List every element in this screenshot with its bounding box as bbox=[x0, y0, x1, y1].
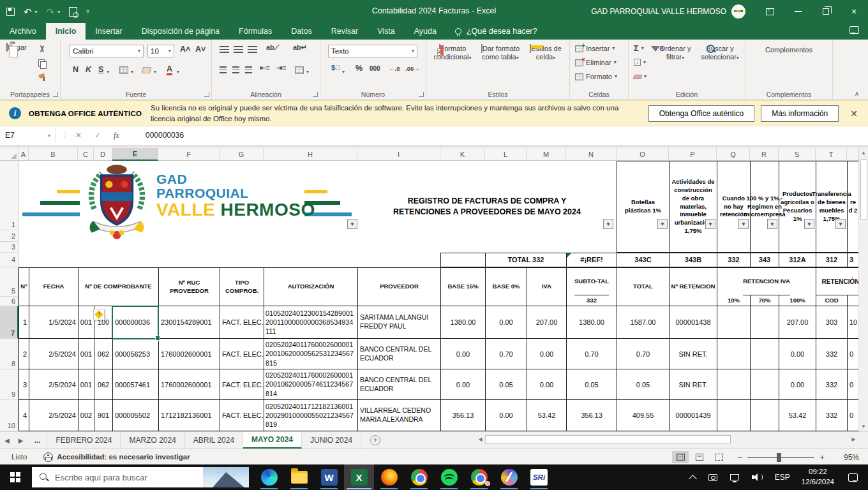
align-right-icon[interactable] bbox=[245, 66, 252, 73]
search-weather-image[interactable] bbox=[203, 467, 249, 487]
sheet-nav-left-icon[interactable]: ◀ bbox=[0, 432, 14, 449]
cell-selected-e7[interactable]: 000000036 bbox=[113, 306, 159, 339]
increase-decimal-icon[interactable]: ←.0 bbox=[387, 65, 401, 72]
underline-dropdown-icon[interactable]: ▾ bbox=[107, 70, 109, 75]
taskbar-sri[interactable]: SRi bbox=[524, 464, 554, 490]
fuente-dialog-launcher[interactable] bbox=[204, 92, 209, 97]
header-autorizacion[interactable]: AUTORIZACIÓN bbox=[264, 267, 358, 306]
col-header-n[interactable]: N bbox=[566, 148, 617, 161]
filter-dropdown-icon[interactable]: ▼ bbox=[767, 219, 777, 229]
cell[interactable]: FACT. ELEC. bbox=[220, 400, 264, 431]
col-header-g[interactable]: G bbox=[220, 148, 264, 161]
cell[interactable]: 0.00 bbox=[486, 400, 527, 431]
col-header-h[interactable]: H bbox=[264, 148, 357, 161]
cell[interactable]: 0.70 bbox=[486, 339, 527, 369]
row-header-5[interactable]: 5 bbox=[0, 267, 19, 297]
volume-icon[interactable] bbox=[752, 473, 762, 481]
cell[interactable]: 062 bbox=[94, 369, 113, 400]
font-name-select[interactable]: Calibri▾ bbox=[70, 45, 144, 57]
header-fecha[interactable]: FECHA bbox=[29, 267, 79, 306]
cell[interactable]: 0.00 bbox=[779, 369, 816, 400]
percent-style-icon[interactable]: % bbox=[354, 64, 364, 73]
merge-dropdown-icon[interactable]: ▾ bbox=[306, 70, 309, 75]
font-color-dropdown-icon[interactable]: ▾ bbox=[177, 70, 179, 75]
tray-chevron-icon[interactable] bbox=[690, 473, 696, 482]
cell-code-343c[interactable]: 343C bbox=[617, 253, 670, 267]
cell[interactable]: 0.00 bbox=[527, 339, 567, 369]
cell[interactable]: 0 bbox=[848, 369, 858, 400]
cell[interactable]: 0.05 bbox=[567, 369, 617, 400]
tab-inicio[interactable]: Inicio bbox=[46, 23, 86, 40]
delete-cells-button[interactable]: Eliminar▾ bbox=[575, 59, 617, 66]
cell-k4[interactable] bbox=[441, 253, 486, 267]
cell[interactable]: 000001439 bbox=[670, 400, 717, 431]
insert-cells-button[interactable]: Insertar▾ bbox=[575, 45, 615, 52]
sort-filter-button[interactable]: AZ Ordenar y filtrar▾ bbox=[654, 45, 696, 61]
cell[interactable]: 1760002600001 bbox=[159, 369, 220, 400]
tab-archivo[interactable]: Archivo bbox=[0, 23, 46, 40]
cell[interactable]: 1380.00 bbox=[567, 306, 617, 339]
cell[interactable] bbox=[751, 369, 779, 400]
undo-dropdown-icon[interactable]: ▾ bbox=[35, 9, 38, 15]
accessibility-status[interactable]: Accesibilidad: es necesario investigar bbox=[57, 453, 190, 461]
horizontal-scrollbar[interactable]: ◀ ▶ bbox=[475, 434, 858, 445]
name-box-dropdown-icon[interactable]: ▾ bbox=[48, 133, 50, 138]
trace-error-button[interactable] bbox=[93, 309, 105, 320]
account-name[interactable]: GAD PARROQUIAL VALLE HERMOSO bbox=[591, 7, 726, 16]
cell[interactable]: 356.13 bbox=[567, 400, 617, 431]
increase-font-icon[interactable]: A˄ bbox=[178, 45, 192, 54]
cell[interactable] bbox=[751, 339, 779, 369]
cell[interactable]: 0.70 bbox=[567, 339, 617, 369]
cell[interactable]: 0.05 bbox=[486, 369, 527, 400]
collapse-ribbon-icon[interactable]: ∧ bbox=[855, 90, 859, 97]
cell[interactable]: 0 bbox=[848, 400, 858, 431]
zoom-in-icon[interactable]: + bbox=[819, 452, 825, 462]
sheet-tab-mayo-active[interactable]: MAYO 2024 bbox=[243, 432, 302, 449]
align-center-icon[interactable] bbox=[232, 66, 239, 73]
cell-code-343[interactable]: 343 bbox=[751, 253, 779, 267]
tell-me-search[interactable]: ¿Qué desea hacer? bbox=[455, 23, 537, 40]
accounting-format-icon[interactable]: $⃝ bbox=[329, 64, 342, 71]
filter-dropdown-icon[interactable]: ▼ bbox=[705, 219, 715, 229]
merge-center-icon[interactable] bbox=[295, 66, 304, 74]
col-header-l[interactable]: L bbox=[485, 148, 527, 161]
filter-dropdown-icon[interactable]: ▼ bbox=[347, 219, 357, 229]
row-header-7-selected[interactable]: 7 bbox=[0, 306, 19, 339]
cell[interactable] bbox=[751, 400, 779, 431]
header-transferencia[interactable]: Transferencia de bienes muebles 1,75% bbox=[816, 161, 848, 253]
taskbar-firefox[interactable] bbox=[374, 464, 404, 490]
comments-icon[interactable] bbox=[849, 26, 859, 34]
align-bottom-icon[interactable] bbox=[248, 46, 257, 53]
tablet-mode-icon[interactable] bbox=[708, 474, 717, 481]
borders-dropdown-icon[interactable]: ▾ bbox=[131, 70, 133, 75]
cell[interactable]: 2 bbox=[19, 339, 29, 369]
fill-button[interactable]: ↓▾ bbox=[634, 59, 646, 66]
view-normal-button[interactable] bbox=[672, 451, 689, 463]
header-agricolas[interactable]: Productos agricoilas o Pecuarios 1% bbox=[779, 161, 816, 253]
title-cell[interactable]: REGISTRO DE FACTURAS DE COMPRA Y RETENCI… bbox=[357, 161, 617, 253]
align-middle-icon[interactable] bbox=[234, 46, 243, 53]
col-header-r[interactable]: R bbox=[750, 148, 779, 161]
cell[interactable]: 2/5/2024 bbox=[29, 400, 79, 431]
row-header-4[interactable]: 4 bbox=[0, 253, 19, 267]
cell[interactable]: 1380.00 bbox=[441, 306, 486, 339]
col-header-s[interactable]: S bbox=[779, 148, 816, 161]
print-preview-icon[interactable] bbox=[69, 7, 77, 17]
row-header-6[interactable]: 6 bbox=[0, 297, 19, 306]
zoom-level[interactable]: 95% bbox=[831, 453, 859, 462]
filter-dropdown-icon[interactable]: ▼ bbox=[738, 219, 749, 229]
clear-button[interactable]: ▾ bbox=[634, 74, 647, 79]
scroll-up-icon[interactable]: ▲ bbox=[859, 148, 868, 158]
header-n-retencion[interactable]: Nº RETENCION bbox=[670, 267, 717, 306]
decrease-font-icon[interactable]: A˅ bbox=[193, 45, 207, 54]
tab-ayuda[interactable]: Ayuda bbox=[405, 23, 446, 40]
cell[interactable] bbox=[717, 339, 751, 369]
increase-indent-icon[interactable]: ⇥≡ bbox=[274, 64, 288, 72]
cell-code-u[interactable]: 3 bbox=[848, 253, 858, 267]
zoom-slider-thumb[interactable] bbox=[777, 453, 781, 462]
cell[interactable]: 2/5/2024 bbox=[29, 339, 79, 369]
cell[interactable]: 356.13 bbox=[441, 400, 486, 431]
header-retencion-iva[interactable]: RETENCION IVA 10% 70% 100% bbox=[717, 267, 816, 306]
save-icon[interactable] bbox=[6, 8, 15, 16]
tab-formulas[interactable]: Fórmulas bbox=[229, 23, 281, 40]
